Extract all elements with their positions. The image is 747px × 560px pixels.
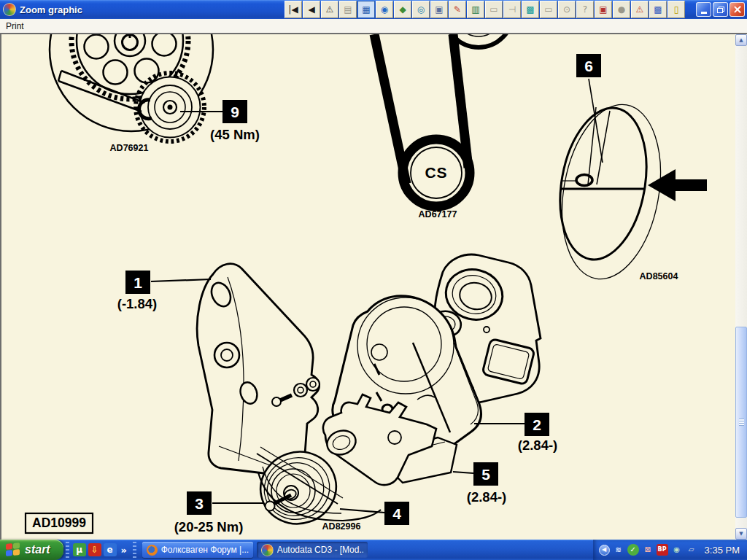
monitor-zoom-icon: ▣ bbox=[435, 5, 443, 14]
scroll-up-button[interactable]: ▲ bbox=[735, 34, 747, 46]
restore-icon bbox=[717, 7, 724, 13]
quicklaunch-internet-explorer-button[interactable]: e bbox=[104, 543, 117, 556]
help-lookup-icon: ? bbox=[583, 5, 587, 14]
toolbar-repair-info-button[interactable]: ▣ bbox=[595, 1, 612, 18]
taskbar-item-firefox[interactable]: Фолксваген Форум |... bbox=[142, 542, 253, 558]
leader-4 bbox=[340, 509, 384, 513]
task-label: Фолксваген Форум |... bbox=[161, 545, 249, 555]
network-monitor-icon[interactable]: ≋ bbox=[613, 544, 624, 556]
connector-icon: ⊣ bbox=[508, 5, 516, 14]
upper-belt-cover: 1 (-1.84) bbox=[117, 264, 320, 477]
toolbar-battery-check-button[interactable]: ▯ bbox=[667, 1, 685, 18]
torque-note-9: (45 Nm) bbox=[210, 127, 260, 142]
quicklaunch-overflow-chevron[interactable]: » bbox=[119, 543, 129, 556]
restore-button[interactable] bbox=[713, 2, 728, 17]
callout-1-number: 1 bbox=[133, 274, 142, 291]
antivirus-icon[interactable]: ✓ bbox=[627, 544, 639, 556]
caption-timing-mark: AD85604 bbox=[640, 271, 678, 281]
toolbar-go-first-button[interactable]: |◀ bbox=[285, 1, 302, 18]
go-first-icon: |◀ bbox=[288, 5, 298, 14]
toolbar-world-map-button[interactable]: ◉ bbox=[376, 1, 393, 18]
toolbar-key-data-button[interactable]: ⊙ bbox=[558, 1, 576, 18]
utorrent-icon: µ bbox=[76, 545, 82, 555]
vertical-scrollbar[interactable]: ▲ ▼ bbox=[735, 34, 747, 540]
caption-belt: AD67177 bbox=[419, 209, 457, 219]
leader-5 bbox=[453, 472, 473, 473]
callout-5-number: 5 bbox=[481, 466, 490, 483]
taskbar: start µ ⇩ e » Фолксваген Форум |... Auto… bbox=[0, 540, 747, 560]
start-button[interactable]: start bbox=[0, 540, 63, 560]
caption-inset: AD76921 bbox=[110, 143, 149, 153]
close-icon bbox=[733, 5, 742, 14]
taskbar-item-autodata[interactable]: Autodata CD3 - [Mod... bbox=[257, 542, 368, 558]
inset-sprocket-detail: 9 (45 Nm) AD76921 bbox=[50, 34, 260, 153]
quicklaunch-download-manager-button[interactable]: ⇩ bbox=[88, 543, 101, 556]
bp-monitor-icon[interactable]: BP bbox=[657, 544, 668, 556]
toolbar-globe-search-button[interactable]: ◎ bbox=[412, 1, 430, 18]
scroll-down-button[interactable]: ▼ bbox=[735, 528, 747, 540]
toolbar-stop-lamp-button[interactable]: ● bbox=[613, 1, 630, 18]
scrollbar-thumb[interactable] bbox=[735, 327, 747, 518]
chevron-more-icon: » bbox=[120, 545, 126, 556]
input-device-icon[interactable]: ▱ bbox=[686, 544, 697, 556]
taskbar-separator bbox=[133, 542, 136, 558]
windows-logo-icon bbox=[6, 542, 20, 557]
task-label: Autodata CD3 - [Mod... bbox=[277, 545, 363, 555]
toolbar-window-panel-button[interactable]: ▤ bbox=[339, 1, 357, 18]
crankshaft-label: CS bbox=[425, 164, 447, 181]
toolbar-help-lookup-button[interactable]: ? bbox=[576, 1, 594, 18]
start-label: start bbox=[25, 543, 50, 556]
window-panel-icon: ▤ bbox=[344, 5, 352, 14]
print-tool-icon: ▭ bbox=[489, 5, 498, 14]
globe-status-glyph: ◉ bbox=[673, 546, 680, 553]
minimize-icon bbox=[701, 12, 707, 14]
reference-code-box: AD10999 bbox=[26, 513, 93, 533]
autodata-icon bbox=[261, 544, 274, 556]
toolbar-marker-pen-button[interactable]: ✎ bbox=[449, 1, 466, 18]
menu-print[interactable]: Print bbox=[0, 20, 30, 32]
warning-triangle-icon: ⚠ bbox=[326, 5, 334, 14]
timing-belt-run: CS AD67177 bbox=[374, 34, 513, 219]
taskbar-clock: 3:35 PM bbox=[705, 545, 740, 556]
quicklaunch-utorrent-button[interactable]: µ bbox=[73, 543, 86, 556]
callout-3-number: 3 bbox=[195, 495, 204, 512]
tray-collapse-button[interactable]: ◀ bbox=[599, 545, 610, 556]
mouse-settings-icon: ◆ bbox=[399, 5, 406, 14]
download-manager-icon: ⇩ bbox=[91, 545, 98, 555]
toolbar-go-back-button[interactable]: ◀ bbox=[303, 1, 320, 18]
toolbar-mouse-settings-button[interactable]: ◆ bbox=[394, 1, 411, 18]
toolbar-hazard-sign-button[interactable]: ⚠ bbox=[631, 1, 649, 18]
firefox-icon bbox=[147, 545, 158, 556]
toolbar-zoom-graphic-button[interactable]: ▦ bbox=[357, 1, 375, 18]
minimize-button[interactable] bbox=[696, 2, 711, 17]
toolbar-diagnostics-button[interactable]: ▩ bbox=[522, 1, 539, 18]
world-map-icon: ◉ bbox=[381, 5, 388, 14]
chat-bubble-icon: ▭ bbox=[544, 5, 552, 14]
toolbar-connector-button[interactable]: ⊣ bbox=[503, 1, 521, 18]
globe-status-icon[interactable]: ◉ bbox=[671, 544, 683, 556]
toolbar-car-data-button[interactable]: ▩ bbox=[649, 1, 667, 18]
timing-mark-oval bbox=[576, 175, 592, 186]
quick-launch: µ ⇩ e » bbox=[71, 543, 131, 556]
network-disconnected-icon[interactable]: ⊠ bbox=[642, 544, 654, 556]
note-5: (2.84-) bbox=[467, 489, 507, 505]
network-monitor-glyph: ≋ bbox=[615, 546, 621, 553]
scroll-up-icon: ▲ bbox=[739, 38, 743, 43]
toolbar-road-test-button[interactable]: ▥ bbox=[467, 1, 484, 18]
note-2: (2.84-) bbox=[518, 438, 558, 453]
car-data-icon: ▩ bbox=[654, 5, 662, 14]
window-controls bbox=[696, 2, 745, 17]
window-title: Zoom graphic bbox=[20, 4, 82, 15]
toolbar-warning-button[interactable]: ⚠ bbox=[321, 1, 338, 18]
reference-code: AD10999 bbox=[32, 516, 86, 530]
toolbar-monitor-zoom-button[interactable]: ▣ bbox=[430, 1, 448, 18]
menubar: Print bbox=[0, 19, 747, 33]
close-button[interactable] bbox=[729, 2, 745, 17]
title-left: Zoom graphic bbox=[3, 3, 82, 16]
toolbar-chat-bubble-button[interactable]: ▭ bbox=[540, 1, 557, 18]
tray-collapse-icon: ◀ bbox=[602, 547, 606, 553]
toolbar-print-tool-button[interactable]: ▭ bbox=[485, 1, 503, 18]
callout-4-number: 4 bbox=[392, 505, 401, 522]
torque-note-3: (20-25 Nm) bbox=[174, 519, 244, 534]
go-back-icon: ◀ bbox=[308, 5, 314, 14]
